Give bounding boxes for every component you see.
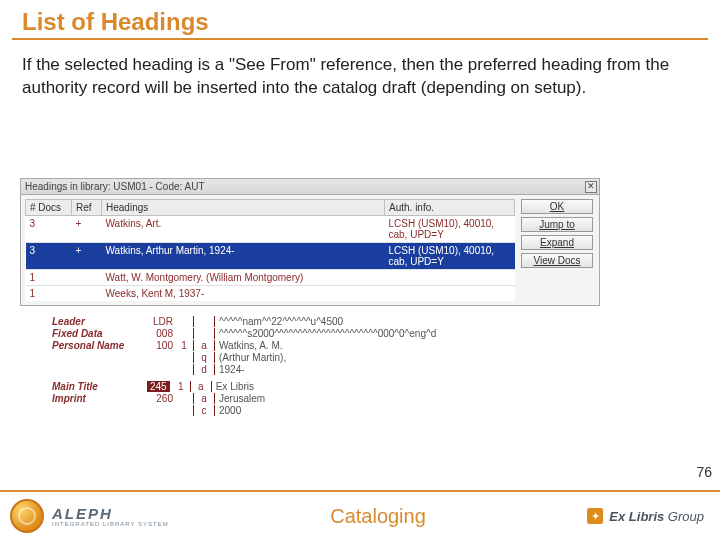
cell-auth [385, 270, 515, 286]
ok-button[interactable]: OK [521, 199, 593, 214]
exlibris-text: Ex Libris Group [609, 509, 704, 524]
field-indicator: 1 [176, 381, 186, 392]
cell-docs: 1 [26, 270, 72, 286]
field-tag: 245 [147, 381, 170, 392]
field-tag: 100 [147, 340, 179, 351]
col-docs[interactable]: # Docs [26, 200, 72, 216]
field-value: 2000 [219, 405, 241, 416]
record-field: c 2000 [52, 405, 682, 416]
headings-window: Headings in library: USM01 - Code: AUT ✕… [20, 178, 600, 306]
field-tag: 260 [147, 393, 179, 404]
field-subfield: q [198, 352, 210, 363]
view-docs-button[interactable]: View Docs [521, 253, 593, 268]
field-label: Imprint [52, 393, 147, 404]
footer: ALEPH INTEGRATED LIBRARY SYSTEM Catalogi… [0, 490, 720, 540]
table-row[interactable]: 3 + Watkins, Arthur Martin, 1924- LCSH (… [26, 243, 515, 270]
cell-docs: 1 [26, 286, 72, 302]
exlibris-star-icon [587, 508, 603, 524]
cell-auth: LCSH (USM10), 40010, cab, UPD=Y [385, 243, 515, 270]
record-field: Personal Name 100 1 a Watkins, A. M. [52, 340, 682, 351]
record-field: d 1924- [52, 364, 682, 375]
table-row[interactable]: 1 Watt, W. Montgomery. (William Montgome… [26, 270, 515, 286]
cell-ref: + [72, 243, 102, 270]
button-column: OK Jump to Expand View Docs [519, 195, 599, 305]
field-subfield: c [198, 405, 210, 416]
field-subfield: a [198, 340, 210, 351]
slide-title: List of Headings [0, 0, 720, 38]
record-editor: Leader LDR ^^^^^nam^^22^^^^^^u^4500 Fixe… [52, 316, 682, 417]
field-subfield: d [198, 364, 210, 375]
record-field: Fixed Data 008 ^^^^^^s2000^^^^^^^^^^^^^^… [52, 328, 682, 339]
record-field: Leader LDR ^^^^^nam^^22^^^^^^u^4500 [52, 316, 682, 327]
window-titlebar: Headings in library: USM01 - Code: AUT ✕ [21, 179, 599, 195]
close-icon[interactable]: ✕ [585, 181, 597, 193]
field-value: Jerusalem [219, 393, 265, 404]
cell-heading: Weeks, Kent M, 1937- [102, 286, 385, 302]
cell-ref [72, 286, 102, 302]
exlibris-logo: Ex Libris Group [587, 508, 720, 524]
field-label: Personal Name [52, 340, 147, 351]
expand-button[interactable]: Expand [521, 235, 593, 250]
page-number: 76 [696, 464, 712, 480]
field-value: (Arthur Martin), [219, 352, 286, 363]
field-tag: 008 [147, 328, 179, 339]
headings-table: # Docs Ref Headings Auth. info. 3 + Watk… [25, 199, 515, 301]
aleph-logo: ALEPH INTEGRATED LIBRARY SYSTEM [0, 499, 169, 533]
aleph-tagline: INTEGRATED LIBRARY SYSTEM [52, 521, 169, 527]
cell-heading: Watkins, Art. [102, 216, 385, 243]
cell-heading: Watt, W. Montgomery. (William Montgomery… [102, 270, 385, 286]
cell-docs: 3 [26, 216, 72, 243]
field-subfield: a [195, 381, 207, 392]
cell-heading: Watkins, Arthur Martin, 1924- [102, 243, 385, 270]
field-value: ^^^^^^s2000^^^^^^^^^^^^^^^^^^^^^^000^0^e… [219, 328, 436, 339]
field-label: Fixed Data [52, 328, 147, 339]
jump-to-button[interactable]: Jump to [521, 217, 593, 232]
field-indicator: 1 [179, 340, 189, 351]
aleph-brand: ALEPH [52, 506, 169, 521]
cell-auth: LCSH (USM10), 40010, cab, UPD=Y [385, 216, 515, 243]
field-value: Watkins, A. M. [219, 340, 283, 351]
record-field: q (Arthur Martin), [52, 352, 682, 363]
field-subfield: a [198, 393, 210, 404]
cell-ref [72, 270, 102, 286]
cell-docs: 3 [26, 243, 72, 270]
col-headings[interactable]: Headings [102, 200, 385, 216]
field-value: 1924- [219, 364, 245, 375]
footer-title: Cataloging [169, 505, 588, 528]
col-ref[interactable]: Ref [72, 200, 102, 216]
table-row[interactable]: 3 + Watkins, Art. LCSH (USM10), 40010, c… [26, 216, 515, 243]
record-field: Imprint 260 a Jerusalem [52, 393, 682, 404]
table-row[interactable]: 1 Weeks, Kent M, 1937- [26, 286, 515, 302]
body-paragraph: If the selected heading is a "See From" … [0, 40, 720, 100]
cell-auth [385, 286, 515, 302]
window-title: Headings in library: USM01 - Code: AUT [25, 181, 205, 192]
field-tag: LDR [147, 316, 179, 327]
field-label: Leader [52, 316, 147, 327]
aleph-orb-icon [10, 499, 44, 533]
record-field: Main Title 245 1 a Ex Libris [52, 381, 682, 392]
field-label: Main Title [52, 381, 147, 392]
field-value: Ex Libris [216, 381, 254, 392]
cell-ref: + [72, 216, 102, 243]
field-value: ^^^^^nam^^22^^^^^^u^4500 [219, 316, 343, 327]
col-auth[interactable]: Auth. info. [385, 200, 515, 216]
